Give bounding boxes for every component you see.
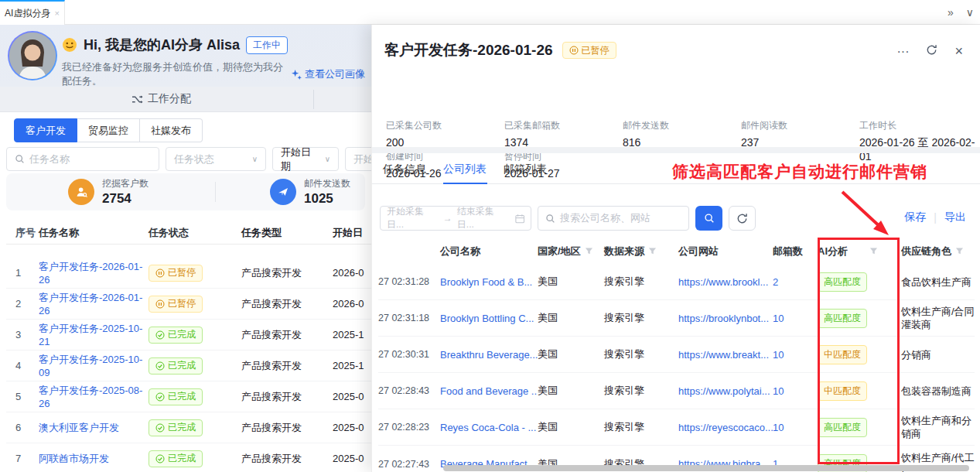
table-row[interactable]: 5 客户开发任务-2025-08-26 已完成 产品搜索开发 2025-0 (6, 381, 371, 412)
status-badge: 已完成 (149, 357, 203, 375)
annotation-text: 筛选高匹配客户自动进行邮件营销 (672, 161, 968, 183)
email-count-link[interactable]: 2 (773, 276, 778, 288)
table-row[interactable]: 27 02:30:31 Breakthru Beverage... 美国 搜索引… (378, 337, 975, 373)
filter-icon[interactable] (869, 247, 878, 255)
tab-company-list[interactable]: 公司列表 (443, 162, 487, 176)
website-link[interactable]: https://www.polytai... (678, 385, 770, 397)
tab-mailbox-list[interactable]: 邮箱列表 (504, 162, 547, 176)
date-type-dropdown[interactable]: 开始日期 ∨ (272, 147, 339, 171)
avatar-image (9, 32, 56, 79)
window-tab-bar: AI虚拟分身 × » ∨ (0, 0, 980, 25)
export-link[interactable]: 导出 (944, 210, 966, 224)
website-link[interactable]: https://reyescocaco... (678, 422, 773, 433)
working-status-badge: 工作中 (246, 36, 288, 54)
company-link[interactable]: Brooklyn Food & B... (440, 276, 532, 288)
table-row[interactable]: 3 客户开发任务-2025-10-21 已完成 产品搜索开发 2025-1 (6, 320, 371, 351)
section-divider (372, 147, 980, 153)
website-link[interactable]: https://www.breakt... (678, 349, 769, 361)
table-row[interactable]: 27 02:28:43 Food and Beverage ... 美国 搜索引… (378, 373, 975, 409)
table-row[interactable]: 27 02:31:18 Brooklyn Bottling C... 美国 搜索… (378, 300, 975, 337)
tab-task-info[interactable]: 任务信息 (383, 162, 426, 176)
task-link[interactable]: 客户开发任务-2025-10-09 (39, 354, 142, 378)
task-link[interactable]: 澳大利亚客户开发 (39, 422, 119, 433)
search-button[interactable] (695, 206, 722, 231)
chevron-down-icon: ∨ (252, 155, 258, 163)
table-row[interactable]: 4 客户开发任务-2025-10-09 已完成 产品搜索开发 2025-1 (6, 351, 371, 381)
table-row[interactable]: 27 02:28:23 Reyes Coca-Cola - ... 美国 搜索引… (378, 409, 975, 446)
stat-emails-sent: 邮件发送数 816 (623, 119, 739, 149)
close-icon[interactable]: × (954, 43, 963, 60)
table-row[interactable]: 27 02:31:28 Brooklyn Food & B... 美国 搜索引擎… (378, 264, 975, 300)
stat-emails-collected: 已采集邮箱数 1374 (504, 119, 620, 149)
left-panel: Hi, 我是您的AI分身 Alisa 工作中 我已经准备好为您服务并创造价值，期… (0, 25, 371, 472)
ai-match-badge: 中匹配度 (818, 345, 867, 364)
ai-match-badge: 中匹配度 (818, 381, 867, 401)
company-search-input[interactable]: 搜索公司名称、网站 (538, 206, 689, 231)
chevron-down-icon[interactable]: ∨ (966, 6, 974, 19)
company-link[interactable]: Food and Beverage ... (440, 385, 538, 397)
task-name-input[interactable]: 任务名称 (6, 147, 159, 171)
tab-overflow-icon[interactable]: » (948, 6, 954, 19)
check-circle-icon (155, 423, 165, 433)
tab-close-icon[interactable]: × (54, 9, 59, 18)
check-circle-icon (155, 330, 165, 340)
filter-icon[interactable] (648, 247, 657, 255)
tab-social-publishing[interactable]: 社媒发布 (140, 118, 203, 142)
refresh-button[interactable] (729, 206, 756, 231)
task-detail-drawer: 客户开发任务-2026-01-26 已暂停 ··· × 已采集公司数 200 已… (371, 25, 980, 472)
start-time-input[interactable]: 开始时 (345, 147, 371, 171)
task-link[interactable]: 客户开发任务-2025-10-21 (39, 323, 142, 347)
window-tab-ai-avatar[interactable]: AI虚拟分身 × (0, 0, 65, 25)
table-row[interactable]: 7 阿联酋市场开发 已完成 产品搜索开发 2025-0 (6, 443, 371, 472)
status-badge: 已完成 (149, 450, 203, 467)
email-count-link[interactable]: 10 (773, 422, 784, 433)
website-link[interactable]: https://www.brookl... (678, 276, 768, 288)
ai-match-badge: 高匹配度 (818, 309, 867, 328)
pause-circle-icon (569, 46, 579, 55)
task-link[interactable]: 阿联酋市场开发 (39, 453, 109, 464)
horizontal-scrollbar[interactable] (443, 465, 969, 471)
website-link[interactable]: https://brooklynbot... (678, 313, 769, 324)
filter-icon[interactable] (955, 247, 964, 255)
collect-date-range-input[interactable]: 开始采集日... → 结束采集日... (380, 206, 531, 231)
search-icon (704, 213, 715, 224)
work-assign-bar[interactable]: 工作分配 (0, 87, 371, 112)
task-table-header: 序号 任务名称 任务状态 任务类型 开始日 (6, 221, 371, 245)
status-badge: 已完成 (149, 419, 203, 436)
range-arrow-icon: → (443, 213, 452, 224)
company-link[interactable]: Breakthru Beverage... (440, 349, 538, 361)
chevron-down-icon: ∨ (325, 155, 330, 163)
company-profile-link[interactable]: 查看公司画像 (292, 67, 365, 81)
company-link[interactable]: Reyes Coca-Cola - ... (440, 422, 536, 433)
tab-customer-development[interactable]: 客户开发 (14, 118, 77, 142)
tab-trade-monitoring[interactable]: 贸易监控 (77, 118, 140, 142)
table-row[interactable]: 1 客户开发任务-2026-01-26 已暂停 产品搜索开发 2026-0 (6, 258, 371, 289)
more-icon[interactable]: ··· (897, 45, 910, 59)
divider (215, 182, 216, 202)
module-tabs: 客户开发 贸易监控 社媒发布 (14, 118, 203, 142)
greeting-subtitle: 我已经准备好为您服务并创造价值，期待您为我分配任务。 (62, 60, 292, 88)
task-status-select[interactable]: 任务状态 ∨ (166, 147, 266, 171)
table-row[interactable]: 2 客户开发任务-2026-01-26 已暂停 产品搜索开发 2026-0 (6, 289, 371, 320)
status-badge: 已完成 (149, 327, 203, 344)
email-count-link[interactable]: 10 (773, 349, 784, 361)
company-link[interactable]: Brooklyn Bottling C... (440, 313, 534, 324)
task-link[interactable]: 客户开发任务-2026-01-26 (39, 292, 142, 316)
save-link[interactable]: 保存 (904, 210, 926, 224)
filter-icon[interactable] (585, 247, 593, 255)
email-count-link[interactable]: 10 (773, 385, 784, 397)
status-badge: 已暂停 (562, 42, 616, 59)
task-link[interactable]: 客户开发任务-2026-01-26 (39, 261, 142, 286)
search-icon (15, 154, 25, 164)
person-search-icon (75, 186, 88, 199)
work-assign-label: 工作分配 (148, 92, 191, 106)
check-circle-icon (155, 454, 165, 463)
refresh-icon[interactable] (926, 44, 937, 59)
avatar (8, 31, 57, 80)
table-row[interactable]: 6 澳大利亚客户开发 已完成 产品搜索开发 2025-0 (6, 412, 371, 443)
task-link[interactable]: 客户开发任务-2025-08-26 (39, 385, 142, 409)
calendar-icon (515, 214, 524, 224)
profile-header: Hi, 我是您的AI分身 Alisa 工作中 我已经准备好为您服务并创造价值，期… (0, 25, 371, 87)
email-count-link[interactable]: 10 (773, 313, 784, 324)
ai-match-badge: 高匹配度 (818, 418, 867, 437)
